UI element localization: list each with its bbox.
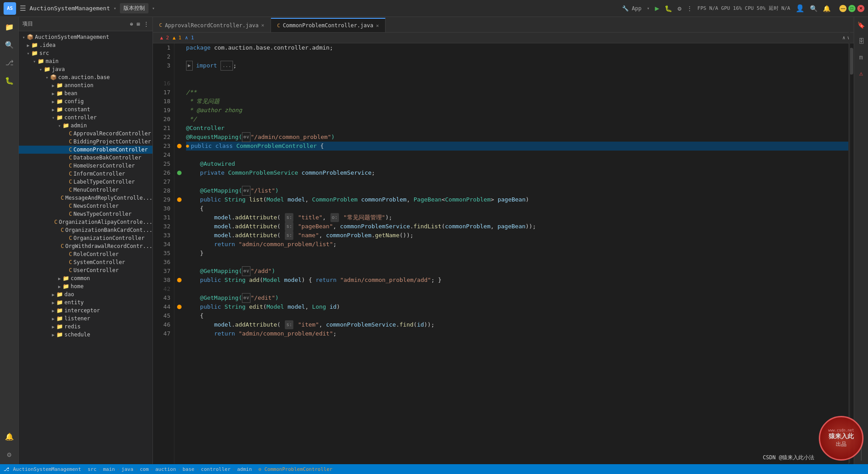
tab-commonproblem[interactable]: C CommonProblemController.java ✕: [271, 18, 386, 32]
gutter-run-26[interactable]: [174, 168, 184, 177]
bc-src[interactable]: src: [88, 466, 97, 472]
gutter-run-23[interactable]: [174, 142, 184, 151]
error-nav-up[interactable]: ∧: [843, 35, 846, 41]
tree-item-controller[interactable]: ▾ 📁 controller: [19, 113, 152, 122]
tree-item-news[interactable]: ▶ C NewsController: [19, 202, 152, 210]
tree-item-approval[interactable]: ▶ C ApprovalRecordController: [19, 130, 152, 138]
tree-item-java[interactable]: ▾ 📁 java: [19, 65, 152, 73]
rs-icon-bookmark[interactable]: 🔖: [855, 19, 868, 31]
tree-item-homeusers[interactable]: ▶ C HomeUsersController: [19, 162, 152, 170]
more-icon[interactable]: ⋮: [687, 5, 692, 12]
git-icon[interactable]: ⎇: [1, 55, 17, 71]
tree-item-redis[interactable]: ▶ 📁 redis: [19, 323, 152, 331]
search-icon[interactable]: 🔍: [810, 5, 817, 12]
tree-item-src[interactable]: ▾ 📁 src: [19, 49, 152, 57]
search-sidebar-icon[interactable]: 🔍: [1, 37, 17, 53]
warning-count: ▲ 1: [173, 35, 182, 41]
tree-item-commonproblem[interactable]: ▶ C CommonProblemController: [19, 146, 152, 154]
bc-java[interactable]: java: [122, 466, 134, 472]
bc-main[interactable]: main: [103, 466, 115, 472]
tree-item-schedule[interactable]: ▶ 📁 schedule: [19, 331, 152, 339]
bc-file[interactable]: ⊙ CommonProblemController: [258, 466, 333, 472]
run-button[interactable]: ▶: [655, 4, 659, 13]
settings-sidebar-icon[interactable]: ⚙: [1, 446, 17, 462]
rs-icon-db[interactable]: 🗄: [855, 35, 868, 47]
project-icon[interactable]: 📁: [1, 19, 17, 35]
code-editor[interactable]: 1 2 3 16 17 18 19 20 21 22 23 24 25 26 2…: [153, 43, 854, 464]
tree-item-bean[interactable]: ▶ 📁 bean: [19, 89, 152, 97]
tree-item-dao[interactable]: ▶ 📁 dao: [19, 290, 152, 298]
bc-admin[interactable]: admin: [237, 466, 252, 472]
tree-item-system[interactable]: ▶ C SystemController: [19, 258, 152, 266]
toolbar-icon-3[interactable]: ⋮: [144, 21, 149, 27]
code-line-43: @GetMapping(⊕∨"/edit"): [186, 294, 848, 302]
notifications-icon[interactable]: 🔔: [823, 5, 830, 12]
right-sidebar: 🔖 🗄 m ⚠: [854, 17, 868, 464]
code-line-20: */: [186, 115, 848, 124]
tree-item-bidding[interactable]: ▶ C BiddingProjectController: [19, 138, 152, 146]
rs-icon-error[interactable]: ⚠: [855, 67, 868, 80]
hamburger-icon[interactable]: ☰: [20, 4, 26, 13]
debug-icon[interactable]: 🐛: [665, 5, 672, 12]
tree-item-labeltype[interactable]: ▶ C LabelTypeController: [19, 178, 152, 186]
tree-item-messageandreply[interactable]: ▶ C MessageAndReplyControlle...: [19, 194, 152, 202]
scroll-thumb[interactable]: [850, 48, 853, 75]
tree-item-menu[interactable]: ▶ C MenuController: [19, 186, 152, 194]
notifications-sidebar-icon[interactable]: 🔔: [1, 428, 17, 445]
tree-item-com-auction[interactable]: ▾ 📦 com.auction.base: [19, 73, 152, 81]
rs-icon-maven[interactable]: m: [855, 51, 868, 63]
tab-commonproblem-close[interactable]: ✕: [376, 23, 379, 29]
maximize-button[interactable]: □: [848, 5, 855, 12]
tree-item-main[interactable]: ▾ 📁 main: [19, 57, 152, 65]
gutter-run-44[interactable]: [174, 302, 184, 311]
tree-item-listener[interactable]: ▶ 📁 listener: [19, 315, 152, 323]
code-line-1: package com.auction.base.controller.admi…: [186, 43, 848, 52]
tree-item-inform[interactable]: ▶ C InformController: [19, 170, 152, 178]
watermark-line3: 出品: [836, 440, 847, 448]
project-name: AuctionSystemManagement: [30, 5, 110, 12]
bc-auction[interactable]: auction: [155, 466, 176, 472]
tree-item-orgwithdrawal[interactable]: ▶ C OrgWithdrawalRecordContr...: [19, 242, 152, 250]
tab-approval[interactable]: C ApprovalRecordController.java ✕: [153, 18, 271, 32]
gutter-run-29[interactable]: [174, 195, 184, 204]
tree-item-orgalipay[interactable]: ▶ C OrganizationAlipayControle...: [19, 218, 152, 226]
tree-item-orgbankcard[interactable]: ▶ C OrganizationBankCardCont...: [19, 226, 152, 234]
tree-label-listener: listener: [64, 315, 90, 322]
toolbar-icon-1[interactable]: ⊕: [130, 21, 133, 27]
debug-sidebar-icon[interactable]: 🐛: [1, 72, 17, 88]
tree-item-home[interactable]: ▶ 📁 home: [19, 282, 152, 290]
version-control-button[interactable]: 版本控制: [120, 3, 148, 13]
tree-item-common[interactable]: ▶ 📁 common: [19, 274, 152, 282]
tree-item-entity[interactable]: ▶ 📁 entity: [19, 298, 152, 306]
tree-item-admin[interactable]: ▾ 📁 admin: [19, 122, 152, 130]
tree-item-newstype[interactable]: ▶ C NewsTypeController: [19, 210, 152, 218]
code-line-22: @RequestMapping(⊕∨"/admin/common_problem…: [186, 133, 848, 142]
tab-approval-close[interactable]: ✕: [261, 22, 264, 28]
tree-item-org[interactable]: ▶ C OrganizationController: [19, 234, 152, 242]
user-icon[interactable]: 👤: [796, 4, 804, 13]
tree-item-interceptor[interactable]: ▶ 📁 interceptor: [19, 306, 152, 315]
tree-item-annontion[interactable]: ▶ 📁 annontion: [19, 81, 152, 89]
minimize-button[interactable]: —: [839, 5, 847, 12]
tree-label-schedule: schedule: [64, 331, 90, 338]
bc-com[interactable]: com: [140, 466, 149, 472]
tree-item-role[interactable]: ▶ C RoleController: [19, 250, 152, 258]
settings-icon[interactable]: ⚙: [677, 5, 681, 12]
tree-label-home: home: [71, 283, 84, 289]
code-content[interactable]: package com.auction.base.controller.admi…: [184, 43, 848, 464]
tree-item-idea[interactable]: ▶ 📁 .idea: [19, 41, 152, 49]
toolbar-icon-2[interactable]: ⊞: [137, 21, 140, 27]
tree-item-constant[interactable]: ▶ 📁 constant: [19, 105, 152, 113]
gutter-run-38[interactable]: [174, 276, 184, 285]
bc-controller[interactable]: controller: [201, 466, 230, 472]
bc-base[interactable]: base: [182, 466, 195, 472]
close-button[interactable]: ✕: [857, 5, 864, 12]
tree-item-config[interactable]: ▶ 📁 config: [19, 97, 152, 105]
tree-item-databasebak[interactable]: ▶ C DatabaseBakController: [19, 154, 152, 162]
dropdown-arrow-icon: ▾: [114, 6, 116, 11]
tree-label-system: SystemController: [73, 259, 125, 265]
bc-root[interactable]: AuctionSystemManagement: [13, 466, 81, 472]
tree-root[interactable]: ▾ 📦 AuctionSystemManagement: [19, 33, 152, 41]
tree-item-user[interactable]: ▶ C UserController: [19, 266, 152, 274]
fold-import[interactable]: ▶: [186, 61, 193, 71]
